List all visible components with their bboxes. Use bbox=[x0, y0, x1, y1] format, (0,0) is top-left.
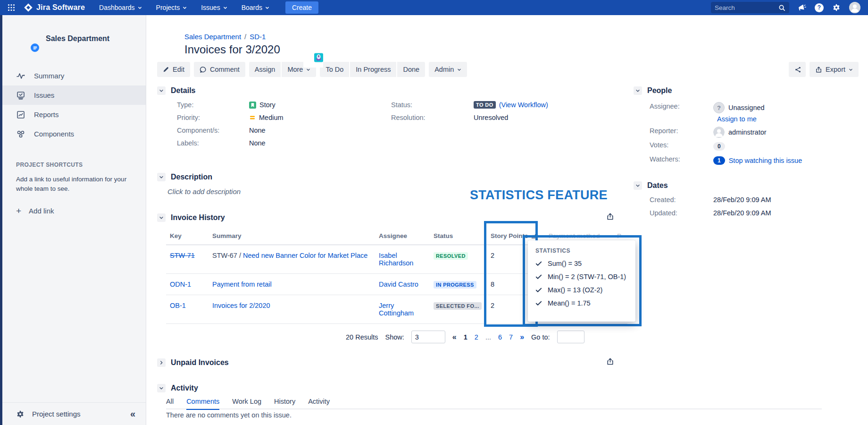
chevron-down-icon bbox=[306, 68, 310, 72]
votes-badge[interactable]: 0 bbox=[713, 142, 725, 151]
nav-projects[interactable]: Projects bbox=[156, 4, 187, 11]
plus-icon: + bbox=[16, 206, 21, 215]
assign-to-me-link[interactable]: Assign to me bbox=[717, 115, 757, 123]
summary-link[interactable]: Need new Banner Color for Market Place bbox=[243, 252, 367, 259]
share-button[interactable] bbox=[789, 62, 806, 77]
export-panel-icon[interactable] bbox=[606, 357, 614, 366]
collapse-details-icon[interactable] bbox=[157, 86, 166, 95]
issue-key-link[interactable]: STW-71 bbox=[170, 252, 195, 259]
project-settings-label[interactable]: Project settings bbox=[32, 410, 81, 418]
stat-min[interactable]: Min() = 2 (STW-71, OB-1) bbox=[535, 273, 629, 280]
nav-issues[interactable]: Issues bbox=[201, 4, 227, 11]
collapse-description-icon[interactable] bbox=[157, 173, 166, 181]
sidebar-item-components[interactable]: Components bbox=[2, 124, 146, 144]
next-page-icon[interactable]: » bbox=[520, 333, 524, 341]
pagination: 20 Results Show: « 1 2 ... 6 7 » Go to: bbox=[346, 331, 629, 343]
goto-page-input[interactable] bbox=[557, 331, 584, 343]
stat-max[interactable]: Max() = 13 (OZ-2) bbox=[535, 286, 629, 294]
page-ellipsis: ... bbox=[485, 333, 491, 341]
sidebar-item-label: Issues bbox=[34, 91, 54, 99]
admin-button[interactable]: Admin bbox=[429, 62, 467, 77]
page-1[interactable]: 1 bbox=[464, 333, 467, 341]
export-panel-icon[interactable] bbox=[606, 212, 614, 221]
statistics-chart-icon[interactable] bbox=[531, 233, 537, 239]
tab-history[interactable]: History bbox=[274, 398, 295, 409]
collapse-dates-icon[interactable] bbox=[634, 181, 642, 190]
created-label: Created: bbox=[650, 196, 713, 209]
collapse-invoice-history-icon[interactable] bbox=[157, 213, 166, 222]
column-status[interactable]: Status bbox=[430, 230, 487, 245]
expand-unpaid-invoices-icon[interactable] bbox=[157, 358, 166, 367]
watchers-badge[interactable]: 1 bbox=[713, 156, 725, 165]
view-workflow-link[interactable]: (View Workflow) bbox=[499, 101, 548, 109]
announcements-icon[interactable] bbox=[798, 3, 806, 12]
search-input[interactable] bbox=[715, 4, 776, 11]
assign-button[interactable]: Assign bbox=[249, 62, 281, 77]
type-label: Type: bbox=[177, 101, 249, 109]
issue-project-avatar bbox=[157, 33, 177, 52]
people-section: People Assignee: ? Unassigned Assign to … bbox=[634, 86, 860, 167]
check-icon bbox=[535, 260, 542, 267]
components-label: Component/s: bbox=[177, 127, 249, 134]
workflow-done-button[interactable]: Done bbox=[397, 62, 425, 77]
page-6[interactable]: 6 bbox=[498, 333, 502, 341]
project-avatar[interactable] bbox=[14, 26, 38, 51]
navbar-left: Jira Software Dashboards Projects Issues… bbox=[0, 1, 318, 14]
comment-button[interactable]: Comment bbox=[194, 62, 245, 77]
status-label: Status: bbox=[391, 101, 474, 109]
activity-title: Activity bbox=[171, 384, 198, 392]
story-type-icon bbox=[249, 102, 256, 109]
create-button[interactable]: Create bbox=[285, 1, 318, 14]
summary-link[interactable]: Invoices for 2/2020 bbox=[212, 302, 270, 309]
page-7[interactable]: 7 bbox=[509, 333, 513, 341]
issue-key-link[interactable]: ODN-1 bbox=[170, 280, 191, 288]
stat-sum[interactable]: Sum() = 35 bbox=[535, 260, 629, 267]
sidebar-item-issues[interactable]: Issues bbox=[2, 85, 146, 105]
export-button[interactable]: Export bbox=[810, 62, 859, 77]
summary-link[interactable]: Payment from retail bbox=[212, 280, 272, 288]
status-badge: SELECTED FO... bbox=[434, 302, 482, 310]
sidebar-item-label: Reports bbox=[34, 110, 59, 119]
tab-activity[interactable]: Activity bbox=[308, 398, 330, 409]
app-switcher-icon[interactable] bbox=[0, 4, 20, 11]
tab-comments[interactable]: Comments bbox=[186, 398, 219, 410]
sidebar-item-reports[interactable]: Reports bbox=[2, 105, 146, 124]
previous-page-icon[interactable]: « bbox=[452, 333, 457, 341]
column-summary[interactable]: Summary bbox=[209, 230, 375, 245]
sidebar-item-summary[interactable]: Summary bbox=[2, 66, 146, 85]
collapse-activity-icon[interactable] bbox=[157, 384, 166, 392]
edit-button[interactable]: Edit bbox=[157, 62, 190, 77]
assignee-link[interactable]: David Castro bbox=[379, 280, 418, 288]
statistics-feature-annotation: STATISTICS FEATURE bbox=[470, 188, 608, 203]
updated-label: Updated: bbox=[650, 209, 713, 222]
nav-boards[interactable]: Boards bbox=[242, 4, 269, 11]
page-size-input[interactable] bbox=[411, 331, 445, 343]
tab-all[interactable]: All bbox=[166, 398, 174, 409]
issue-key-link[interactable]: OB-1 bbox=[170, 302, 186, 309]
project-shortcuts-hint: Add a link to useful information for you… bbox=[16, 175, 133, 193]
workflow-todo-button[interactable]: To Do bbox=[320, 62, 349, 77]
jira-logo[interactable]: Jira Software bbox=[24, 3, 85, 12]
add-link-button[interactable]: + Add link bbox=[16, 206, 146, 215]
settings-gear-icon[interactable] bbox=[832, 3, 841, 12]
page-2[interactable]: 2 bbox=[475, 333, 478, 341]
breadcrumb-issue-link[interactable]: SD-1 bbox=[250, 33, 266, 41]
nav-dashboards[interactable]: Dashboards bbox=[99, 4, 142, 11]
assignee-label: Assignee: bbox=[650, 101, 713, 110]
workflow-in-progress-button[interactable]: In Progress bbox=[350, 62, 396, 77]
assignee-link[interactable]: Isabel Richardson bbox=[379, 252, 413, 267]
user-avatar[interactable] bbox=[849, 2, 860, 13]
tab-work-log[interactable]: Work Log bbox=[232, 398, 261, 409]
assignee-link[interactable]: Jerry Cottingham bbox=[379, 302, 414, 317]
column-assignee[interactable]: Assignee bbox=[375, 230, 430, 245]
breadcrumb-project-link[interactable]: Sales Department bbox=[184, 33, 241, 41]
collapse-people-icon[interactable] bbox=[634, 86, 642, 95]
stat-mean[interactable]: Mean() = 1.75 bbox=[535, 299, 629, 307]
check-icon bbox=[535, 300, 542, 306]
stop-watching-link[interactable]: Stop watching this issue bbox=[729, 157, 802, 164]
collapse-sidebar-icon[interactable]: « bbox=[130, 408, 135, 419]
column-key[interactable]: Key bbox=[166, 230, 209, 245]
navbar-search[interactable] bbox=[711, 2, 789, 13]
help-icon[interactable]: ? bbox=[815, 3, 824, 12]
settings-gear-icon bbox=[16, 410, 25, 418]
